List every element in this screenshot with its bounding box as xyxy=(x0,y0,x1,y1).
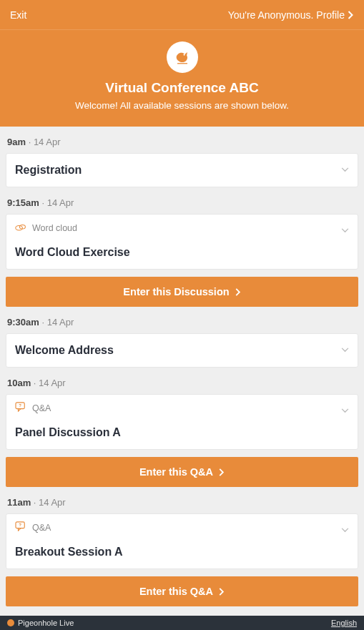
profile-link[interactable]: You're Anonymous. Profile xyxy=(228,9,354,21)
svg-point-1 xyxy=(16,226,23,230)
session-time: 9:30am xyxy=(7,317,39,328)
session-time-label: 9am · 14 Apr xyxy=(0,127,364,153)
session-time: 9:15am xyxy=(7,197,39,208)
chevron-down-icon xyxy=(341,223,349,236)
chevron-right-icon xyxy=(235,288,241,296)
cta-label: Enter this Q&A xyxy=(139,586,213,597)
footer-brand[interactable]: Pigeonhole Live xyxy=(7,619,74,627)
session-card[interactable]: Word cloud Word Cloud Exercise xyxy=(6,214,358,270)
session-date: 14 Apr xyxy=(47,197,74,208)
session-title: Welcome Address xyxy=(6,334,358,367)
session-type-label: Word cloud xyxy=(32,223,77,233)
enter-qa-button[interactable]: Enter this Q&A xyxy=(6,576,358,606)
session-title: Word Cloud Exercise xyxy=(6,239,358,269)
brand-dot-icon xyxy=(7,619,14,626)
session-title: Registration xyxy=(6,154,358,187)
cta-label: Enter this Discussion xyxy=(123,286,229,297)
event-logo xyxy=(167,41,198,73)
brand-label: Pigeonhole Live xyxy=(18,619,74,627)
session-time: 10am xyxy=(7,378,31,388)
session-card[interactable]: ? Q&A Panel Discussion A xyxy=(6,394,358,450)
session-time-label: 9:30am · 14 Apr xyxy=(0,307,364,333)
session-card[interactable]: Registration xyxy=(6,153,358,187)
chevron-down-icon xyxy=(341,403,349,416)
chevron-right-icon xyxy=(348,11,354,19)
enter-qa-button[interactable]: Enter this Q&A xyxy=(6,457,358,487)
session-type-label: Q&A xyxy=(32,403,51,413)
session-card[interactable]: ? Q&A Breakout Session A xyxy=(6,513,358,569)
chevron-down-icon xyxy=(341,162,349,175)
session-time-label: 11am · 14 Apr xyxy=(0,487,364,513)
session-date: 14 Apr xyxy=(39,378,66,388)
session-title: Breakout Session A xyxy=(6,538,358,569)
session-date: 14 Apr xyxy=(34,137,61,147)
footer-bar: Pigeonhole Live English xyxy=(0,616,364,630)
cta-label: Enter this Q&A xyxy=(139,466,213,478)
chevron-down-icon xyxy=(341,343,349,355)
session-card[interactable]: Welcome Address xyxy=(6,333,358,368)
svg-text:?: ? xyxy=(19,522,21,527)
profile-label: Profile xyxy=(316,9,345,21)
chevron-right-icon xyxy=(219,588,225,596)
session-type-label: Q&A xyxy=(32,523,51,533)
session-time: 11am xyxy=(7,497,31,508)
session-title: Panel Discussion A xyxy=(6,419,358,449)
exit-link[interactable]: Exit xyxy=(10,9,26,21)
svg-text:?: ? xyxy=(19,403,21,408)
svg-point-0 xyxy=(183,54,185,55)
session-date: 14 Apr xyxy=(39,497,66,508)
session-time-label: 10am · 14 Apr xyxy=(0,368,364,394)
qa-icon: ? xyxy=(15,521,26,534)
event-subtitle: Welcome! All available sessions are show… xyxy=(7,100,357,111)
qa-icon: ? xyxy=(15,402,26,415)
chevron-right-icon xyxy=(219,468,225,476)
bird-icon xyxy=(172,47,192,67)
sessions-list[interactable]: 9am · 14 Apr Registration 9:15am · 14 Ap… xyxy=(0,127,364,621)
profile-prefix: You're Anonymous. xyxy=(228,9,314,21)
session-time-label: 9:15am · 14 Apr xyxy=(0,187,364,214)
session-time: 9am xyxy=(7,137,26,147)
session-date: 14 Apr xyxy=(47,317,74,328)
hero-banner: Virtual Conference ABC Welcome! All avai… xyxy=(0,30,364,127)
enter-discussion-button[interactable]: Enter this Discussion xyxy=(6,277,358,307)
chevron-down-icon xyxy=(341,523,349,536)
top-bar: Exit You're Anonymous. Profile xyxy=(0,0,364,30)
wordcloud-icon xyxy=(15,222,26,235)
language-selector[interactable]: English xyxy=(331,619,357,627)
event-title: Virtual Conference ABC xyxy=(7,80,357,96)
